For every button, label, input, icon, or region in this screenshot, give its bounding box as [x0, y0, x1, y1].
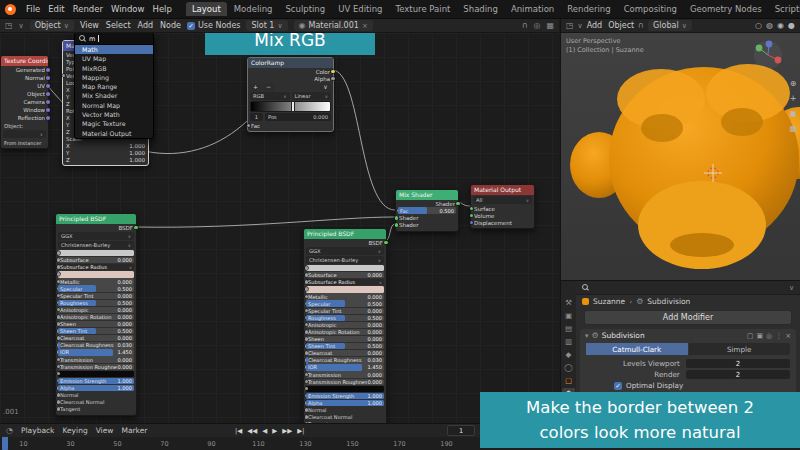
node-search-input[interactable]: m — [75, 33, 153, 45]
workspace-tab[interactable]: UV Editing — [332, 2, 388, 16]
node-header[interactable]: Material Output — [471, 185, 534, 195]
interpolation-select[interactable]: Linear — [292, 92, 332, 100]
shading-wireframe-icon[interactable]: ○ — [755, 21, 762, 30]
output-socket[interactable]: Reflection — [1, 114, 48, 122]
color-ramp-gradient[interactable] — [250, 101, 331, 112]
editor-menu[interactable]: Select — [106, 21, 131, 30]
timeline-playhead[interactable] — [2, 437, 8, 450]
3d-viewport[interactable]: User Perspective (1) Collection | Suzann… — [560, 33, 800, 280]
shading-solid-icon[interactable]: ◍ — [766, 21, 773, 30]
output-socket[interactable]: Window — [1, 106, 48, 114]
timeline-menu[interactable]: Marker — [121, 426, 147, 435]
realtime-toggle-icon[interactable]: ▣ — [756, 332, 763, 340]
overlays-icon[interactable]: ▦ — [546, 21, 554, 30]
editor-menu[interactable]: Add — [138, 21, 154, 30]
node-header[interactable]: Texture Coordinate — [1, 56, 48, 66]
shader-type-select[interactable]: Object∨ — [30, 20, 74, 31]
delete-modifier-icon[interactable]: × — [785, 332, 791, 340]
bsdf-input-row[interactable]: IOR1.450 — [58, 349, 134, 355]
bsdf-input-row[interactable]: Anisotropic0.000 — [306, 322, 384, 328]
output-socket[interactable]: Camera — [1, 98, 48, 106]
stop-index-field[interactable]: 1 — [250, 113, 263, 121]
prev-keyframe-button[interactable]: ◀◀ — [247, 427, 257, 435]
node-mix-shader[interactable]: Mix Shader Shader Fac 0.500 Shader Shade… — [395, 189, 459, 232]
modifier-name[interactable]: Subdivision — [602, 331, 645, 340]
workspace-tab[interactable]: Sculpting — [279, 2, 331, 16]
field-value[interactable]: 2 — [686, 370, 790, 379]
node-principled-bsdf-2[interactable]: Principled BSDF BSDF GGX Christensen-Bur… — [303, 228, 387, 431]
editor-menu[interactable]: View — [80, 21, 99, 30]
play-reverse-button[interactable]: ◀ — [262, 427, 267, 435]
expand-icon[interactable]: ▾ — [585, 332, 589, 340]
workspace-tab[interactable]: Shading — [457, 2, 504, 16]
camera-view-icon[interactable]: ▣ — [789, 109, 797, 118]
bsdf-input-row[interactable]: Subsurface Radius — [58, 264, 134, 270]
object-field[interactable] — [3, 130, 46, 138]
bsdf-input-row[interactable]: Transmission Roughness0.000 — [306, 379, 384, 385]
input-shader-1-socket[interactable]: Shader — [396, 215, 458, 222]
search-result-item[interactable]: Vector Math — [75, 110, 153, 119]
timeline-menu[interactable]: View — [96, 426, 114, 435]
search-result-item[interactable]: UV Map — [75, 54, 153, 63]
subdivision-type-button[interactable]: Catmull-Clark — [586, 343, 688, 355]
topbar-menu[interactable]: File — [22, 4, 44, 14]
workspace-tab[interactable]: Geometry Nodes — [684, 2, 768, 16]
node-material-output[interactable]: Material Output All Surface Volume Displ… — [470, 184, 535, 229]
input-displacement-socket[interactable]: Displacement — [471, 219, 534, 226]
add-modifier-button[interactable]: Add Modifier — [584, 310, 792, 325]
breadcrumb-modifier[interactable]: Subdivision — [647, 297, 690, 306]
bsdf-input-row[interactable]: Emission — [58, 371, 134, 377]
editor-menu[interactable]: Node — [160, 21, 181, 30]
properties-tab-icon[interactable]: ▣ — [562, 310, 575, 321]
current-frame-field[interactable]: 1 — [447, 425, 475, 436]
topbar-menu[interactable]: Help — [148, 4, 175, 14]
bsdf-input-row[interactable]: Clearcoat0.000 — [58, 335, 134, 341]
remove-stop-button[interactable]: − — [263, 83, 274, 91]
bsdf-input-row[interactable]: Subsurface Radius — [306, 279, 384, 285]
viewport-menu[interactable]: Object — [608, 21, 634, 30]
topbar-menu[interactable]: Render — [69, 4, 107, 14]
toggle-ortho-icon[interactable]: ▦ — [789, 124, 797, 133]
output-socket[interactable]: UV — [1, 82, 48, 90]
workspace-tab[interactable]: Texture Paint — [390, 2, 457, 16]
render-toggle-icon[interactable]: ◎ — [766, 332, 772, 340]
output-alpha-socket[interactable]: Alpha — [248, 75, 333, 82]
input-shader-2-socket[interactable]: Shader — [396, 222, 458, 229]
blender-logo-icon[interactable] — [5, 4, 16, 15]
node-header[interactable]: ColorRamp — [248, 58, 333, 68]
search-icon[interactable] — [582, 284, 589, 291]
bsdf-input-row[interactable]: Sheen Tint0.500 — [306, 343, 384, 349]
bsdf-input-row[interactable]: Specular Tint0.000 — [306, 308, 384, 314]
ramp-stop-handle[interactable] — [291, 101, 296, 112]
extras-menu-icon[interactable]: ⋮ — [775, 332, 782, 340]
field-value[interactable]: 2 — [686, 359, 790, 368]
distribution-select[interactable]: GGX — [58, 232, 134, 240]
bsdf-input-row[interactable]: Anisotropic Rotation0.000 — [306, 329, 384, 335]
search-result-item[interactable]: Math — [75, 45, 153, 54]
stop-position-field[interactable]: Pos0.000 — [265, 113, 331, 121]
node-colorramp[interactable]: ColorRamp Color Alpha + − ∨ RGB Linear 1… — [247, 57, 334, 132]
transform-orientation-select[interactable]: Global∨ — [648, 20, 692, 31]
proportional-editing-icon[interactable]: ◎ — [533, 21, 540, 30]
bsdf-input-row[interactable]: Clearcoat Normal — [58, 399, 134, 405]
properties-tab-icon[interactable]: ◆ — [562, 349, 575, 360]
bsdf-input-row[interactable]: Tangent — [58, 406, 134, 412]
output-bsdf-socket[interactable]: BSDF — [56, 224, 136, 231]
slot-select[interactable]: Slot 1∨ — [246, 20, 287, 31]
search-result-item[interactable]: Mapping — [75, 73, 153, 82]
bsdf-input-row[interactable]: Metallic0.000 — [58, 278, 134, 284]
output-shader-socket[interactable]: Shader — [396, 200, 458, 207]
node-header[interactable]: Mix Shader — [396, 190, 458, 200]
node-header[interactable]: Principled BSDF — [304, 229, 386, 239]
output-socket[interactable]: Object — [1, 90, 48, 98]
bsdf-input-row[interactable]: Transmission Roughness0.000 — [58, 364, 134, 370]
timeline-menu[interactable]: Keying — [62, 426, 87, 435]
distribution-select[interactable]: GGX — [306, 247, 384, 255]
bsdf-input-row[interactable]: Anisotropic0.000 — [58, 307, 134, 313]
bsdf-input-row[interactable]: Sheen0.000 — [58, 321, 134, 327]
bsdf-input-row[interactable]: Emission Strength1.000 — [58, 378, 134, 384]
bsdf-input-row[interactable]: Normal — [58, 392, 134, 398]
use-nodes-checkbox[interactable]: ✓ Use Nodes — [187, 21, 241, 30]
bsdf-input-row[interactable]: Subsurface0.000 — [58, 257, 134, 263]
shading-rendered-icon[interactable]: ● — [788, 21, 795, 30]
